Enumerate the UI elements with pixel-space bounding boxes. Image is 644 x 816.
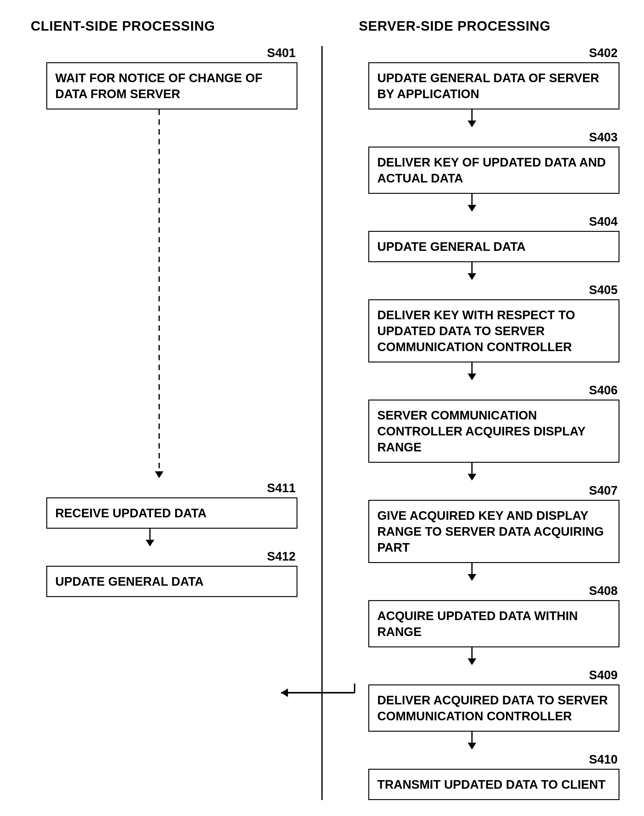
- line-s408: [471, 647, 472, 658]
- s407-wrapper: S407 GIVE ACQUIRED KEY AND DISPLAY RANGE…: [347, 483, 619, 563]
- head-s407: [468, 574, 476, 581]
- s402-box: UPDATE GENERAL DATA OF SERVER BY APPLICA…: [368, 62, 619, 109]
- s410-wrapper: S410 TRANSMIT UPDATED DATA TO CLIENT: [347, 753, 619, 800]
- line-s407: [471, 563, 472, 574]
- s410-label: S410: [589, 753, 619, 766]
- diagram-area: S401 WAIT FOR NOTICE OF CHANGE OF DATA F…: [25, 46, 619, 800]
- s408-wrapper: S408 ACQUIRE UPDATED DATA WITHIN RANGE: [347, 584, 619, 647]
- s406-box: SERVER COMMUNICATION CONTROLLER ACQUIRES…: [368, 400, 619, 463]
- dashed-line-svg: [156, 109, 162, 477]
- head-s406: [468, 474, 476, 480]
- head-s403: [468, 205, 476, 212]
- s411-box: RECEIVE UPDATED DATA: [46, 497, 297, 529]
- s403-wrapper: S403 DELIVER KEY OF UPDATED DATA AND ACT…: [347, 130, 619, 194]
- s409-wrapper: S409 DELIVER ACQUIRED DATA TO SERVER COM…: [347, 668, 619, 732]
- s409-box: DELIVER ACQUIRED DATA TO SERVER COMMUNIC…: [368, 684, 619, 732]
- arrow-s408-s409: [347, 647, 598, 665]
- s403-box: DELIVER KEY OF UPDATED DATA AND ACTUAL D…: [368, 147, 619, 194]
- s409-label: S409: [589, 668, 619, 682]
- server-side-header: SERVER-SIDE PROCESSING: [322, 18, 619, 34]
- dashed-arrow: [25, 471, 276, 478]
- arrowhead-s411: [146, 540, 154, 546]
- client-side-header: CLIENT-SIDE PROCESSING: [25, 18, 322, 34]
- s401-label: S401: [267, 46, 297, 60]
- s412-box: UPDATE GENERAL DATA: [46, 566, 297, 597]
- s405-label: S405: [589, 283, 619, 297]
- line-s409: [471, 732, 472, 743]
- dashed-arrowhead: [155, 471, 164, 478]
- s408-box: ACQUIRE UPDATED DATA WITHIN RANGE: [368, 600, 619, 647]
- s411-label: S411: [267, 481, 297, 495]
- s402-label: S402: [589, 46, 619, 60]
- head-s404: [468, 273, 476, 280]
- line-s404: [471, 262, 472, 273]
- s407-box: GIVE ACQUIRED KEY AND DISPLAY RANGE TO S…: [368, 500, 619, 563]
- header-row: CLIENT-SIDE PROCESSING SERVER-SIDE PROCE…: [25, 18, 619, 34]
- dashed-line-area: [25, 109, 276, 477]
- arrow-s402-s403: [347, 109, 598, 127]
- vertical-divider: [321, 46, 323, 800]
- s401-wrapper: S401 WAIT FOR NOTICE OF CHANGE OF DATA F…: [25, 46, 297, 109]
- head-s408: [468, 658, 476, 665]
- s404-wrapper: S404 UPDATE GENERAL DATA: [347, 215, 619, 262]
- s405-wrapper: S405 DELIVER KEY WITH RESPECT TO UPDATED…: [347, 283, 619, 362]
- line-s405: [471, 362, 472, 374]
- head-s409: [468, 743, 476, 750]
- arrow-s409-s410: [347, 732, 598, 750]
- client-column: S401 WAIT FOR NOTICE OF CHANGE OF DATA F…: [25, 46, 322, 800]
- arrow-s406-s407: [347, 463, 598, 480]
- arrow-line-s411: [149, 529, 150, 540]
- arrow-s403-s404: [347, 194, 598, 212]
- s406-label: S406: [589, 383, 619, 397]
- s403-label: S403: [589, 130, 619, 144]
- line-s406: [471, 463, 472, 474]
- s408-label: S408: [589, 584, 619, 598]
- arrow-s405-s406: [347, 362, 598, 380]
- s406-wrapper: S406 SERVER COMMUNICATION CONTROLLER ACQ…: [347, 383, 619, 463]
- s401-box: WAIT FOR NOTICE OF CHANGE OF DATA FROM S…: [46, 62, 297, 109]
- s404-label: S404: [589, 215, 619, 229]
- line-s402: [471, 109, 472, 121]
- s410-box: TRANSMIT UPDATED DATA TO CLIENT: [368, 769, 619, 800]
- line-s403: [471, 194, 472, 205]
- server-column: S402 UPDATE GENERAL DATA OF SERVER BY AP…: [322, 46, 619, 800]
- arrow-s407-s408: [347, 563, 598, 581]
- head-s405: [468, 374, 476, 380]
- head-s402: [468, 121, 476, 127]
- s405-box: DELIVER KEY WITH RESPECT TO UPDATED DATA…: [368, 299, 619, 362]
- s402-wrapper: S402 UPDATE GENERAL DATA OF SERVER BY AP…: [347, 46, 619, 109]
- s407-label: S407: [589, 483, 619, 497]
- s412-wrapper: S412 UPDATE GENERAL DATA: [25, 549, 297, 597]
- s411-wrapper: S411 RECEIVE UPDATED DATA: [25, 481, 297, 529]
- s404-box: UPDATE GENERAL DATA: [368, 231, 619, 262]
- arrow-s411-s412: [25, 529, 276, 546]
- s412-label: S412: [267, 549, 297, 563]
- arrow-s404-s405: [347, 262, 598, 280]
